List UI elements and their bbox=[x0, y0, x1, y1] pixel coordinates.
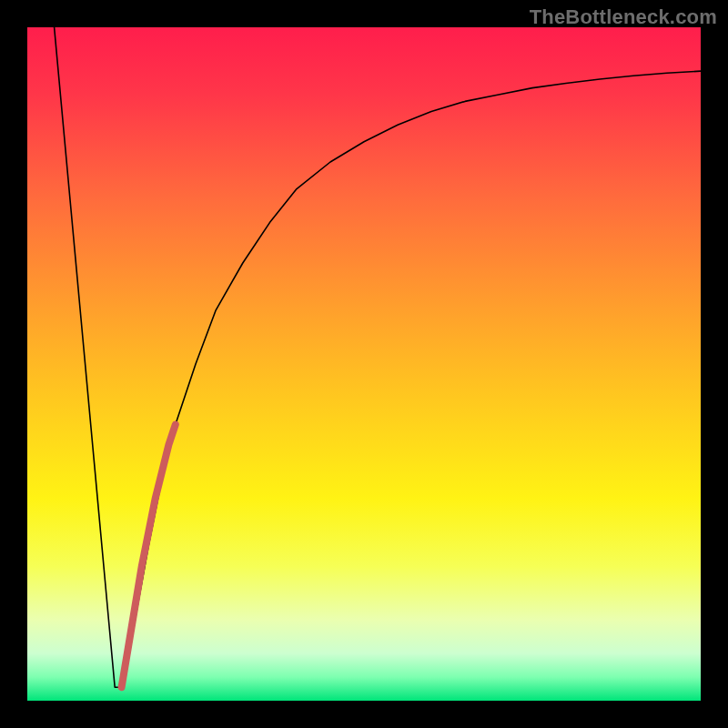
watermark-text: TheBottleneck.com bbox=[530, 5, 717, 29]
chart-svg bbox=[27, 27, 701, 701]
chart-frame: TheBottleneck.com bbox=[0, 0, 728, 728]
gradient-background bbox=[27, 27, 701, 701]
plot-area bbox=[27, 27, 701, 701]
